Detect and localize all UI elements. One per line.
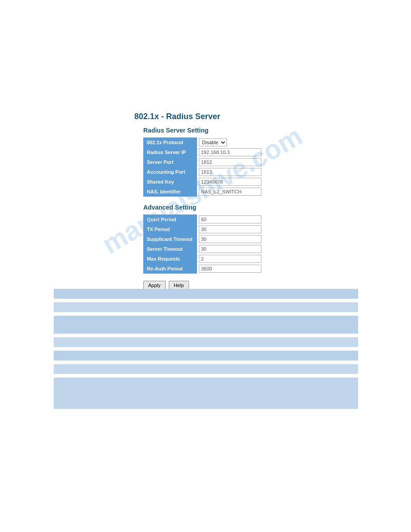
bar-2 (54, 302, 358, 312)
page-title: 802.1x - Radius Server (134, 112, 411, 121)
radius-label-4: Shared Key (143, 177, 197, 187)
advanced-value-2[interactable] (197, 234, 278, 244)
bar-7 (54, 378, 358, 409)
advanced-label-2: Supplicant Timeout (143, 234, 197, 244)
advanced-value-0[interactable] (197, 215, 278, 224)
advanced-label-1: TX Period (143, 224, 197, 234)
radius-value-4[interactable] (197, 177, 278, 187)
advanced-value-5[interactable] (197, 264, 278, 274)
bar-3 (54, 316, 358, 334)
bar-4 (54, 337, 358, 347)
bar-6 (54, 364, 358, 374)
radius-select-0[interactable]: DisableEnable (199, 138, 227, 146)
advanced-setting-table: Quiet PeriodTX PeriodSupplicant TimeoutS… (143, 215, 278, 274)
radius-label-2: Server Port (143, 157, 197, 167)
advanced-input-2[interactable] (199, 235, 261, 243)
advanced-input-0[interactable] (199, 215, 261, 223)
button-row: Apply Help (143, 281, 411, 290)
radius-value-3[interactable] (197, 167, 278, 177)
advanced-input-4[interactable] (199, 255, 261, 263)
advanced-setting-title: Advanced Setting (143, 204, 411, 211)
advanced-value-4[interactable] (197, 254, 278, 264)
radius-input-2[interactable] (199, 158, 261, 166)
advanced-label-3: Server Timeout (143, 244, 197, 254)
advanced-input-1[interactable] (199, 225, 261, 233)
help-button[interactable]: Help (169, 281, 189, 290)
radius-input-3[interactable] (199, 168, 261, 176)
radius-label-1: Radius Server IP (143, 147, 197, 157)
advanced-input-3[interactable] (199, 245, 261, 253)
bar-5 (54, 351, 358, 360)
radius-input-5[interactable] (199, 188, 261, 196)
radius-value-0[interactable]: DisableEnable (197, 137, 278, 147)
radius-label-5: NAS, Identifier (143, 187, 197, 197)
bar-1 (54, 289, 358, 299)
advanced-value-1[interactable] (197, 224, 278, 234)
radius-value-1[interactable] (197, 147, 278, 157)
radius-input-1[interactable] (199, 148, 261, 156)
advanced-label-0: Quiet Period (143, 215, 197, 224)
radius-label-3: Accounting Port (143, 167, 197, 177)
advanced-label-5: Re-Auth Period (143, 264, 197, 274)
radius-label-0: 802.1x Protocol (143, 137, 197, 147)
radius-input-4[interactable] (199, 178, 261, 186)
radius-value-5[interactable] (197, 187, 278, 197)
radius-server-table: 802.1x ProtocolDisableEnableRadius Serve… (143, 137, 278, 197)
advanced-label-4: Max Requests (143, 254, 197, 264)
bars-section (54, 289, 358, 412)
apply-button[interactable]: Apply (143, 281, 166, 290)
radius-value-2[interactable] (197, 157, 278, 167)
advanced-input-5[interactable] (199, 265, 261, 273)
radius-server-setting-title: Radius Server Setting (143, 127, 411, 134)
advanced-value-3[interactable] (197, 244, 278, 254)
